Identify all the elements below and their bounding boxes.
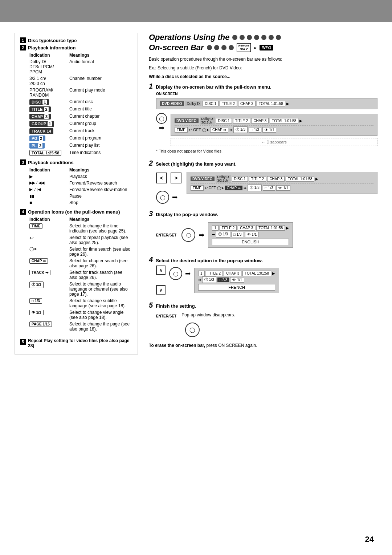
playback-table-wrapper: Indication Meanings ▶ Playback ▶▶ / ◀◀ F… <box>28 167 132 206</box>
section-2-header: 2 Playback information <box>20 45 132 50</box>
dot-11 <box>229 45 234 50</box>
popup-row-3a: 1 TITLE 2 CHAP 3 TOTAL 1:01:58 ▶ <box>212 225 289 231</box>
total-2: TOTAL 1:01:58 <box>270 118 298 123</box>
angle-3: 👁 1/1 <box>276 185 290 191</box>
pb-col-indication: Indication <box>28 167 68 173</box>
table-row: PG 2 Current program <box>28 135 132 142</box>
p4-title: TITLE 2 <box>206 271 223 276</box>
meaning-cell: Select for chapter search (see also page… <box>68 258 132 269</box>
indication-cell: PG 2 <box>28 135 68 142</box>
dot-1 <box>232 35 237 40</box>
table-row: TRACK 14 Current track <box>28 127 132 135</box>
table-row: GROUP 1 Current group <box>28 120 132 127</box>
popup-lang-english: ENGLISH <box>212 239 289 245</box>
title-label: TITLE 2 <box>220 101 237 106</box>
dial-symbol: ◯ <box>159 116 164 121</box>
popup-row-3b: ➡ Ⓣ 1/3 □ 1/3 👁 1/1 <box>212 231 289 238</box>
step-1-title: Display the on-screen bar with the pull-… <box>156 84 271 90</box>
step-5-number: 5 <box>149 301 153 309</box>
dvd-3: DVD-VIDEO <box>191 177 215 181</box>
section-2-number: 2 <box>20 45 26 50</box>
cd-3: Ⓣ 1/3 <box>248 185 262 191</box>
on-screen-label: ON SCREEN <box>156 92 377 96</box>
table-row: TITLE 2 Current title <box>28 106 132 113</box>
section-3-title: Playback conditions <box>28 160 74 165</box>
arrow-2: ➡ <box>229 128 232 132</box>
info-badge: INFO <box>260 45 273 50</box>
table-row: DISC 1 Current disc <box>28 98 132 106</box>
indication-cell: ■ <box>28 199 68 206</box>
enter-set-row-3: ENTER/SET ◯ ➡ 1 TITLE 2 CHAP 3 TOTAL 1:0… <box>156 220 377 250</box>
table-row: ▮▮ Pause <box>28 193 132 199</box>
chap-2: CHAP 3 <box>251 118 269 123</box>
indication-cell: ▶ <box>28 173 68 180</box>
chap-arrow-badge: CHAP ➡ <box>29 258 48 264</box>
arrow-right-2: ➡ <box>172 193 177 201</box>
left-arrow-btn[interactable]: < <box>156 173 167 183</box>
step-4: 4 Select the desired option in the pop-u… <box>149 256 377 295</box>
meaning-cell: Current play list <box>68 142 132 149</box>
disappears-box: ← Disappears <box>171 138 377 146</box>
dvd-video-label: DVD-VIDEO <box>160 101 184 106</box>
meaning-cell: Select to change the page (see also page… <box>68 321 132 332</box>
btn-row: < > <box>156 173 181 183</box>
chap-badge: CHAP 3 <box>29 114 51 119</box>
step-2-title: Select (highlight) the item you want. <box>156 161 236 167</box>
step-1-number: 1 <box>149 82 153 90</box>
while-disc-text: While a disc is selected as the source..… <box>149 73 377 80</box>
step-3-content: ENTER/SET ◯ ➡ 1 TITLE 2 CHAP 3 TOTAL 1:0… <box>156 220 377 250</box>
scroll-down-btn[interactable]: ∨ <box>156 285 166 295</box>
erase-text-strong: To erase the on-screen bar, <box>149 343 205 348</box>
arrow-right-symbol: ➡ <box>159 124 164 132</box>
indication-cell: TIME <box>28 223 68 234</box>
popup-row-4a: 1 TITLE 2 CHAP 3 TOTAL 1:01:58 ▶ <box>198 271 275 276</box>
dot-6 <box>269 35 274 40</box>
enter-btn[interactable]: ◯ <box>181 228 195 242</box>
disc-3: DISC 1 <box>232 176 248 182</box>
p4-sub: □ 2/3 <box>217 278 229 282</box>
scroll-up-btn[interactable]: ∧ <box>156 266 166 275</box>
angle-2: 👁 1/1 <box>262 127 277 133</box>
table-row: PAGE 1/15 Select to change the page (see… <box>28 321 132 332</box>
step-2-header: 2 Select (highlight) the item you want. <box>149 159 377 167</box>
p3-sub: □ 1/3 <box>231 232 244 237</box>
indication-cell: □ 1/3 <box>28 297 68 309</box>
dot-5 <box>261 35 266 40</box>
arrow-enter: ➡ <box>199 231 204 239</box>
meaning-cell: Pause <box>68 193 132 199</box>
indication-cell: ▮▮ <box>28 193 68 199</box>
indication-cell: TRACK ➡ <box>28 269 68 281</box>
meaning-cell: Current track <box>68 127 132 135</box>
screen-arrow-block: ◯ ➡ DVD-VIDEO Dolby D3/2.1ch DISC 1 TITL… <box>156 112 377 147</box>
dot-9 <box>214 45 219 50</box>
col-indication: Indication <box>28 52 68 58</box>
dolby-d-label: Dolby D <box>185 101 202 106</box>
ops-table: Indication Meanings TIME Select to chang… <box>28 216 132 332</box>
enter-set-row-5: ENTER/SET Pop-up window disappears. <box>156 312 377 320</box>
track-arrow-badge: TRACK ➡ <box>29 270 50 275</box>
p3-play: ▶ <box>286 226 289 230</box>
right-arrow-btn[interactable]: > <box>171 173 181 183</box>
play-3: ▶ <box>315 177 318 181</box>
title-3: TITLE 2 <box>249 176 266 182</box>
indication-cell: ▶▶ / ◀◀ <box>28 180 68 186</box>
total-badge: TOTAL 1:25:58 <box>29 150 61 156</box>
right-column: Operations Using the On-screen Bar <box>149 33 377 355</box>
meaning-cell: Current chapter <box>68 113 132 120</box>
p3-chap: CHAP 3 <box>238 225 255 231</box>
indication-table-wrapper: Indication Meanings Dolby D/DTS/ LPCM/PP… <box>28 52 132 157</box>
popup-screen-4: 1 TITLE 2 CHAP 3 TOTAL 1:01:58 ▶ ➡ Ⓣ 1/3… <box>194 268 279 293</box>
circle-2: ◯➤ <box>202 128 209 132</box>
title-line2-text: On-screen Bar <box>149 43 204 52</box>
pg-badge: PG 2 <box>29 135 45 141</box>
time-badge: TIME <box>29 223 42 229</box>
step-2-left: < > ◯ ➡ <box>156 170 181 204</box>
indication-cell: PL 2 <box>28 142 68 149</box>
enter-set-label-5: ENTER/SET <box>156 314 176 318</box>
enter-set-label-3: ENTER/SET <box>156 233 176 237</box>
meaning-cell: Current title <box>68 106 132 113</box>
indication-cell: ▶| / |◀ <box>28 186 68 193</box>
example-text: Ex.: Selecting a subtitle (French) for D… <box>149 65 377 71</box>
p4-total: TOTAL 1:01:58 <box>242 271 271 276</box>
enter-circle-5[interactable]: ◯ <box>185 323 200 337</box>
